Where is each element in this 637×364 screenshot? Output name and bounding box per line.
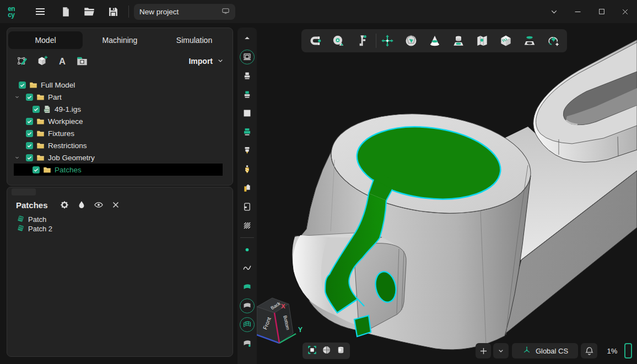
checkbox-checked[interactable]: [26, 118, 33, 125]
tape-measure-button[interactable]: [331, 33, 346, 48]
shape-path: [16, 157, 19, 159]
surface-teal-icon: [242, 282, 252, 292]
patch-item-patch[interactable]: Patch: [17, 215, 233, 224]
cone-section-button[interactable]: [427, 33, 442, 48]
scroll-up-button[interactable]: [237, 30, 257, 46]
extrude-button[interactable]: [451, 33, 466, 48]
checkbox-checked[interactable]: [26, 154, 33, 161]
tree-item-fixtures[interactable]: Fixtures: [14, 127, 223, 139]
checkbox-checked[interactable]: [26, 130, 33, 137]
maximize-button[interactable]: [590, 0, 613, 23]
new-file-icon: [60, 6, 72, 18]
fit-view-button[interactable]: [307, 345, 317, 357]
doc-panel-button[interactable]: [237, 198, 257, 215]
part-teal-button[interactable]: [237, 123, 257, 140]
expand-button[interactable]: [493, 343, 509, 358]
shape-rect: [310, 348, 314, 351]
active-ring: [240, 298, 255, 313]
settings-button[interactable]: [60, 200, 77, 210]
tool-flat-button[interactable]: [237, 142, 257, 159]
shaded-view-button[interactable]: [321, 345, 332, 357]
shape-path: [45, 56, 48, 59]
app-logo-icon[interactable]: ency: [6, 3, 22, 20]
tree-item-part[interactable]: Part: [14, 91, 223, 103]
shape-path: [244, 284, 251, 289]
chevron-expanded-icon[interactable]: [14, 154, 20, 161]
tool-drill-button[interactable]: [237, 161, 257, 177]
new-file-button[interactable]: [57, 3, 74, 20]
tree-item-restrictions[interactable]: Restrictions: [14, 139, 223, 151]
tool-head-button[interactable]: [237, 180, 257, 196]
shape-path: [244, 186, 246, 192]
surface-teal-button[interactable]: [237, 279, 257, 295]
close-button[interactable]: [613, 0, 637, 23]
shape-path: [28, 120, 31, 122]
tree-item-patches[interactable]: Patches: [14, 164, 223, 176]
visibility-icon: [94, 200, 104, 210]
panel-drag-handle[interactable]: [12, 188, 36, 195]
import-button[interactable]: Import: [188, 56, 225, 67]
application-window: Front Back Bottom X Y ency New project M…: [0, 0, 637, 364]
tree-item-workpiece[interactable]: Workpiece: [14, 115, 223, 127]
polyhedron-button[interactable]: [403, 33, 419, 48]
move-arrows-button[interactable]: [380, 33, 395, 48]
shape-rect: [112, 8, 114, 9]
coordinate-system-button[interactable]: Global CS: [512, 343, 578, 358]
surface-gray-button[interactable]: [237, 297, 257, 314]
checkbox-checked[interactable]: [33, 166, 40, 173]
top-toolbar: [301, 29, 567, 52]
menu-button[interactable]: [32, 3, 48, 20]
add-button[interactable]: [476, 343, 491, 358]
tree-item-job-geometry[interactable]: Job Geometry: [14, 151, 223, 164]
surface-mesh-button[interactable]: [237, 316, 257, 333]
part-teal-top-button[interactable]: [237, 86, 257, 102]
project-name-input[interactable]: New project: [134, 4, 235, 20]
visibility-button[interactable]: [94, 200, 111, 210]
checkbox-checked[interactable]: [19, 82, 26, 89]
add-solid-button[interactable]: [33, 53, 52, 69]
ring-pad-button[interactable]: [522, 33, 537, 48]
caliper-icon: [355, 34, 369, 48]
map-point-button[interactable]: [474, 33, 490, 48]
sketch-button[interactable]: [13, 53, 33, 69]
close-panel-button[interactable]: [111, 200, 128, 210]
hatch-button[interactable]: [237, 217, 257, 233]
tab-simulation[interactable]: Simulation: [157, 31, 231, 49]
minimize-button[interactable]: [566, 0, 590, 23]
tree-item-full-model[interactable]: Full Model: [14, 79, 223, 91]
shape-path: [386, 45, 389, 47]
notifications-button[interactable]: [581, 343, 597, 358]
surface-dot-button[interactable]: [237, 335, 257, 351]
collapse-button[interactable]: [542, 0, 566, 23]
cylinder-view-button[interactable]: [336, 345, 346, 357]
checkbox-checked[interactable]: [26, 94, 33, 101]
add-folder-button[interactable]: [72, 53, 92, 69]
patches-list: PatchPatch 2: [17, 215, 233, 233]
text-button[interactable]: A: [52, 53, 72, 69]
checkbox-checked[interactable]: [33, 106, 40, 113]
fill-button[interactable]: [77, 200, 94, 210]
part-small-button[interactable]: [237, 67, 257, 84]
cube-waves-button[interactable]: [498, 33, 514, 48]
square-button[interactable]: [237, 105, 257, 121]
shape-ellipse: [456, 39, 461, 41]
checkbox-checked[interactable]: [26, 142, 33, 149]
point-button[interactable]: [237, 241, 257, 258]
save-button[interactable]: [105, 3, 121, 20]
chevron-expanded-icon[interactable]: [14, 94, 20, 100]
shape-g: [18, 216, 24, 221]
open-project-button[interactable]: [81, 3, 98, 20]
tab-machining[interactable]: Machining: [83, 31, 157, 49]
tree-item-49-1-igs[interactable]: IGS49-1.igs: [14, 103, 223, 115]
curve-add-button[interactable]: [546, 33, 561, 48]
machine-button[interactable]: [237, 48, 257, 65]
patch-item-patch-2[interactable]: Patch 2: [17, 224, 233, 233]
folder-icon: [29, 81, 37, 89]
patch-label: Patch 2: [28, 225, 52, 233]
caliper-button[interactable]: [354, 33, 370, 48]
shape-path: [37, 155, 44, 160]
shape-text: IGS: [45, 109, 48, 112]
curve-button[interactable]: [237, 260, 257, 276]
tab-model[interactable]: Model: [8, 31, 83, 49]
magnet-button[interactable]: [307, 33, 322, 48]
